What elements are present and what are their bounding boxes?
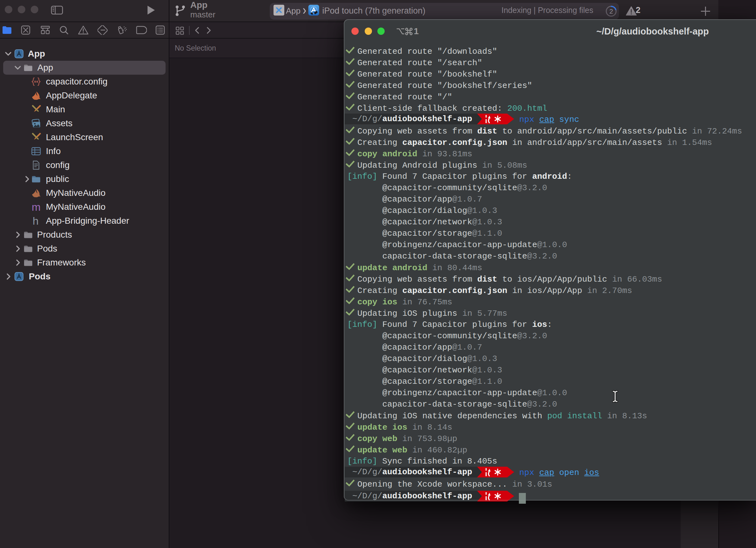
svg-text:2: 2: [609, 8, 613, 15]
